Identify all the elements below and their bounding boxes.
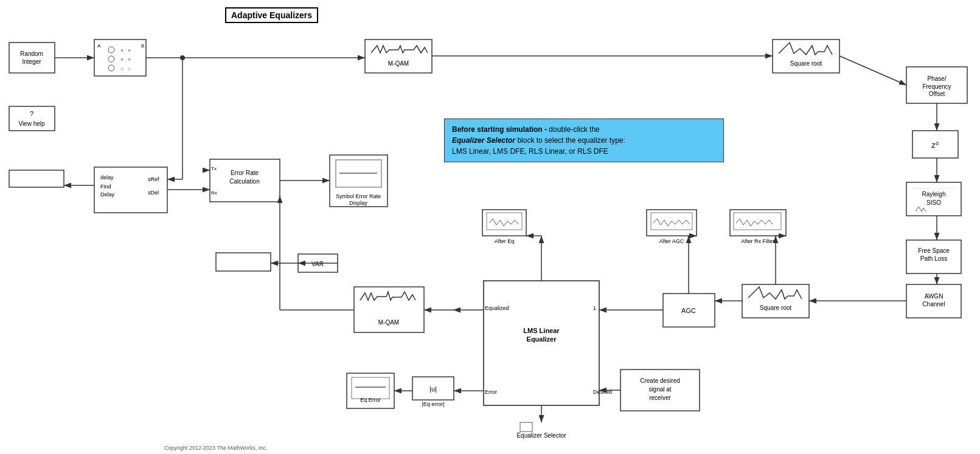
- svg-point-7: [108, 56, 114, 62]
- svg-text:B: B: [141, 43, 144, 49]
- svg-text:Delay: Delay: [100, 191, 115, 198]
- svg-text:M-QAM: M-QAM: [388, 60, 409, 67]
- svg-text:Error: Error: [485, 389, 497, 395]
- svg-rect-80: [620, 370, 700, 411]
- svg-rect-62: [484, 281, 599, 405]
- svg-text:Equalized: Equalized: [485, 305, 509, 311]
- svg-rect-57: [298, 254, 338, 272]
- svg-rect-92: [520, 422, 532, 432]
- connections-layer: Random Integer A B × × × × ○ ○ M-QAM Squ…: [0, 0, 980, 454]
- svg-rect-72: [487, 213, 522, 230]
- svg-text:After Rx Filter: After Rx Filter: [741, 238, 774, 244]
- svg-text:M-QAM: M-QAM: [378, 319, 399, 326]
- svg-rect-3: [94, 40, 146, 76]
- svg-text:Display: Display: [349, 200, 367, 206]
- svg-text:Square root: Square root: [790, 60, 822, 67]
- svg-text:×: ×: [120, 57, 123, 63]
- svg-text:Tx: Tx: [211, 166, 217, 171]
- svg-rect-15: [365, 40, 432, 73]
- svg-text:Random: Random: [20, 50, 43, 57]
- svg-text:Calculation: Calculation: [229, 178, 259, 185]
- info-box: Before starting simulation - double-clic…: [444, 119, 724, 162]
- svg-rect-77: [730, 210, 786, 236]
- diagram-title: Adaptive Equalizers: [225, 7, 318, 23]
- svg-rect-37: [9, 106, 55, 131]
- svg-text:Symbol Error Rate: Symbol Error Rate: [336, 193, 381, 199]
- svg-text:SISO: SISO: [926, 199, 941, 206]
- svg-text:receiver: receiver: [649, 394, 671, 401]
- svg-text:Integer: Integer: [22, 58, 41, 65]
- svg-rect-35: [742, 284, 809, 318]
- svg-text:|u|: |u|: [429, 385, 437, 393]
- svg-text:Error Rate: Error Rate: [231, 170, 259, 176]
- svg-text:|Eq error|: |Eq error|: [422, 401, 444, 407]
- svg-point-132: [180, 55, 185, 60]
- svg-text:Equalizer Selector: Equalizer Selector: [516, 432, 566, 439]
- svg-text:signal at: signal at: [648, 386, 671, 393]
- footer-copyright: Copyright 2012-2023 The MathWorks, Inc.: [164, 445, 267, 451]
- svg-rect-25: [906, 182, 961, 216]
- svg-text:Path Loss: Path Loss: [920, 255, 947, 262]
- svg-text:Rayleigh: Rayleigh: [922, 191, 946, 198]
- svg-text:?: ?: [30, 110, 33, 117]
- svg-text:AGC: AGC: [681, 307, 696, 314]
- svg-text:○: ○: [120, 66, 123, 72]
- svg-rect-51: [330, 155, 387, 207]
- svg-text:×: ×: [128, 47, 131, 53]
- svg-rect-17: [773, 40, 839, 73]
- svg-rect-75: [651, 213, 692, 230]
- svg-point-8: [108, 65, 114, 71]
- svg-text:View help: View help: [18, 120, 45, 127]
- svg-rect-74: [647, 210, 697, 236]
- svg-text:sDel: sDel: [148, 190, 159, 196]
- svg-text:delay: delay: [100, 174, 114, 181]
- svg-text:VAR: VAR: [311, 261, 324, 267]
- svg-text:Frequency: Frequency: [922, 83, 951, 90]
- svg-rect-88: [412, 377, 454, 400]
- svg-text:Square root: Square root: [760, 304, 791, 311]
- svg-rect-69: [663, 294, 715, 327]
- svg-text:Create desired: Create desired: [640, 377, 680, 384]
- svg-text:sRef: sRef: [148, 176, 159, 182]
- svg-line-98: [839, 56, 906, 85]
- svg-rect-85: [352, 377, 389, 399]
- svg-rect-59: [216, 253, 271, 271]
- svg-text:Find: Find: [100, 184, 111, 190]
- svg-text:Phase/: Phase/: [927, 75, 946, 82]
- svg-text:○: ○: [128, 66, 131, 72]
- svg-point-6: [108, 47, 114, 53]
- svg-rect-23: [912, 131, 958, 158]
- svg-text:Eq Error: Eq Error: [360, 397, 381, 403]
- svg-text:Desired: Desired: [593, 389, 612, 395]
- main-canvas: Adaptive Equalizers Before starting simu…: [0, 0, 980, 454]
- svg-text:AWGN: AWGN: [925, 293, 944, 300]
- svg-text:A: A: [97, 43, 101, 49]
- svg-rect-56: [9, 170, 64, 187]
- svg-text:After AGC: After AGC: [659, 238, 684, 244]
- svg-rect-52: [336, 160, 381, 187]
- svg-text:LMS Linear: LMS Linear: [523, 327, 560, 334]
- svg-text:After Eq: After Eq: [495, 238, 515, 244]
- svg-text:Rx: Rx: [211, 190, 217, 196]
- svg-rect-84: [347, 373, 394, 408]
- svg-text:1: 1: [593, 305, 596, 311]
- svg-rect-19: [906, 67, 967, 103]
- svg-rect-29: [906, 240, 961, 273]
- svg-text:Offset: Offset: [929, 91, 945, 97]
- svg-text:Equalizer: Equalizer: [527, 335, 557, 343]
- svg-text:×: ×: [128, 57, 131, 63]
- svg-text:Channel: Channel: [922, 301, 945, 308]
- svg-text:Free Space: Free Space: [918, 247, 950, 254]
- svg-rect-78: [734, 213, 781, 230]
- svg-rect-46: [210, 159, 280, 202]
- svg-text:z⁰: z⁰: [931, 140, 939, 150]
- svg-rect-71: [482, 210, 526, 236]
- svg-rect-0: [9, 43, 55, 73]
- svg-text:×: ×: [120, 47, 123, 53]
- svg-rect-60: [354, 287, 424, 332]
- svg-rect-40: [94, 167, 167, 213]
- svg-rect-32: [906, 284, 961, 318]
